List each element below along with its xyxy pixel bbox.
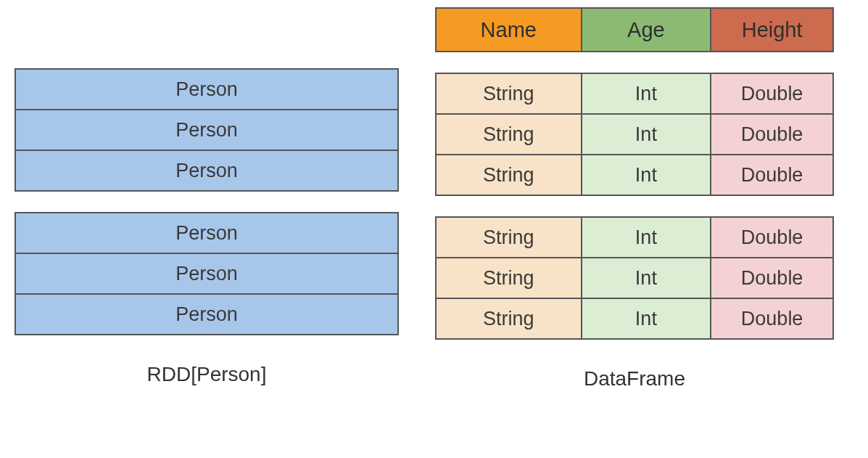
rdd-row: Person <box>16 109 397 150</box>
rdd-caption: RDD[Person] <box>15 363 399 386</box>
df-header: Name Age Height <box>435 7 834 52</box>
rdd-cell-person: Person <box>16 213 397 253</box>
df-header-name: Name <box>437 9 581 51</box>
df-cell-name: String <box>437 258 581 298</box>
df-row: String Int Double <box>437 74 832 113</box>
df-cell-height: Double <box>710 218 832 257</box>
df-cell-name: String <box>437 299 581 338</box>
rdd-row: Person <box>16 253 397 293</box>
df-row: String Int Double <box>437 298 832 338</box>
rdd-row: Person <box>16 150 397 190</box>
df-cell-height: Double <box>710 299 832 338</box>
df-caption: DataFrame <box>435 367 834 390</box>
rdd-row: Person <box>16 70 397 109</box>
df-cell-age: Int <box>581 299 711 338</box>
df-header-height: Height <box>710 9 832 51</box>
rdd-cell-person: Person <box>16 151 397 190</box>
df-cell-height: Double <box>710 74 832 113</box>
df-header-age: Age <box>581 9 711 51</box>
df-cell-name: String <box>437 218 581 257</box>
rdd-cell-person: Person <box>16 70 397 109</box>
df-cell-height: Double <box>710 115 832 154</box>
df-cell-age: Int <box>581 218 711 257</box>
df-cell-height: Double <box>710 155 832 195</box>
rdd-cell-person: Person <box>16 254 397 293</box>
df-row: String Int Double <box>437 154 832 195</box>
rdd-block-2: Person Person Person <box>15 212 399 335</box>
df-cell-name: String <box>437 115 581 154</box>
rdd-row: Person <box>16 293 397 334</box>
df-cell-age: Int <box>581 155 711 195</box>
df-block-1: String Int Double String Int Double Stri… <box>435 73 834 196</box>
df-row: String Int Double <box>437 218 832 257</box>
df-row: String Int Double <box>437 113 832 154</box>
rdd-cell-person: Person <box>16 295 397 334</box>
df-cell-name: String <box>437 155 581 195</box>
df-block-2: String Int Double String Int Double Stri… <box>435 216 834 340</box>
df-cell-height: Double <box>710 258 832 298</box>
df-cell-age: Int <box>581 74 711 113</box>
df-cell-age: Int <box>581 115 711 154</box>
rdd-row: Person <box>16 213 397 253</box>
df-cell-name: String <box>437 74 581 113</box>
rdd-cell-person: Person <box>16 110 397 150</box>
rdd-block-1: Person Person Person <box>15 68 399 192</box>
df-cell-age: Int <box>581 258 711 298</box>
df-row: String Int Double <box>437 257 832 298</box>
